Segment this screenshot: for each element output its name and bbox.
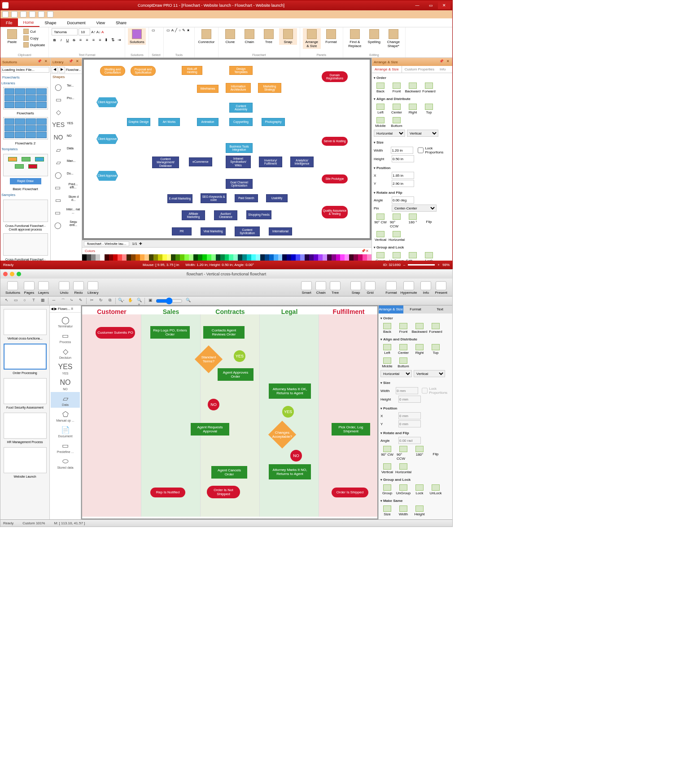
- color-swatch[interactable]: [327, 254, 332, 261]
- rtab-custom[interactable]: Custom Properties: [402, 66, 437, 73]
- shape-item[interactable]: ⬠Manual op ...: [51, 408, 80, 423]
- sec-size[interactable]: Size: [374, 139, 450, 145]
- close-panel-icon[interactable]: ✕: [366, 249, 369, 253]
- close-panel-icon[interactable]: ✕: [43, 59, 48, 65]
- color-swatch[interactable]: [220, 254, 225, 261]
- edit-tool-icon[interactable]: ✂: [88, 298, 96, 304]
- flowchart-node[interactable]: Photography: [262, 118, 285, 126]
- flowchart-node[interactable]: Rep Is Notified: [150, 488, 185, 497]
- order-front-button[interactable]: Front: [397, 323, 410, 334]
- tree-button[interactable]: Tree: [260, 28, 278, 45]
- color-swatch[interactable]: [91, 254, 96, 261]
- lock-button[interactable]: Lock: [422, 252, 436, 261]
- flip-h-button[interactable]: Horizontal: [390, 231, 403, 242]
- flowchart-node[interactable]: Attorney Marks It NO, Returns to Agent: [269, 464, 311, 479]
- pages-button[interactable]: Pages: [22, 281, 36, 295]
- tab-document[interactable]: Document: [62, 18, 91, 27]
- nav-back-icon[interactable]: ◀: [52, 67, 58, 73]
- yes-node[interactable]: YES: [234, 350, 245, 362]
- rotate-ccw-button[interactable]: 90° CCW: [390, 213, 403, 228]
- flowchart-node[interactable]: Information Architecture: [226, 83, 251, 93]
- no-node[interactable]: NO: [290, 450, 302, 462]
- no-node[interactable]: NO: [208, 399, 219, 410]
- flowchart-node[interactable]: Pick Order, Log Shipment: [332, 423, 370, 436]
- shape-item[interactable]: ▱Data: [52, 144, 81, 156]
- rotate-ccw-button[interactable]: 90° CCW: [397, 446, 410, 461]
- lock-proportions-checkbox[interactable]: [422, 387, 428, 394]
- underline-icon[interactable]: U: [65, 36, 70, 44]
- strike-icon[interactable]: S: [71, 36, 77, 44]
- solution-thumb[interactable]: [4, 344, 47, 370]
- color-swatch[interactable]: [167, 254, 171, 261]
- flowchart-node[interactable]: Auction/ Clearance: [214, 210, 237, 220]
- flowchart-node[interactable]: Agent Cancels Order: [211, 466, 247, 479]
- flowchart-node[interactable]: Wireframes: [197, 85, 219, 93]
- align-right-icon[interactable]: ≡: [91, 36, 96, 44]
- flowchart-node[interactable]: eCommerce: [189, 157, 212, 166]
- shape-item[interactable]: ▭Predefine ...: [51, 439, 80, 455]
- arc-tool-icon[interactable]: ⌒: [59, 298, 66, 304]
- grow-font-icon[interactable]: A↑: [91, 30, 95, 34]
- dist-horiz-select[interactable]: Horizontal: [374, 130, 405, 137]
- align-bottom-button[interactable]: Bottom: [397, 357, 410, 368]
- flowchart-node[interactable]: E-mail Marketing: [167, 194, 192, 203]
- qat-open-icon[interactable]: [11, 11, 17, 17]
- color-swatch[interactable]: [158, 254, 162, 261]
- group-button[interactable]: Group: [374, 252, 387, 261]
- align-right-button[interactable]: Right: [406, 104, 420, 114]
- flowchart-node[interactable]: Client Approve: [96, 171, 118, 181]
- shape-item[interactable]: ▱Data: [51, 392, 80, 408]
- solution-thumb[interactable]: [4, 413, 47, 439]
- color-swatch[interactable]: [336, 254, 341, 261]
- flowchart-node[interactable]: Affiliate Marketing: [182, 210, 205, 220]
- qat-redo-icon[interactable]: [38, 11, 44, 17]
- shape-item[interactable]: ▱Man...: [52, 156, 81, 169]
- shape-item[interactable]: ◇: [52, 106, 81, 118]
- sec-position[interactable]: Position: [374, 165, 450, 171]
- group-button[interactable]: Group: [380, 484, 394, 495]
- rtab-format[interactable]: Format: [403, 305, 428, 314]
- color-swatch[interactable]: [211, 254, 216, 261]
- qat-new-icon[interactable]: [2, 11, 9, 17]
- shape-item[interactable]: ▭Pred... effi...: [52, 181, 81, 194]
- rotate-180-button[interactable]: 180 °: [406, 213, 420, 228]
- sec-group[interactable]: Group and Lock: [374, 244, 450, 250]
- zoom-slider[interactable]: [408, 264, 435, 266]
- format-button[interactable]: Format: [322, 28, 340, 45]
- flowchart-node[interactable]: Usability: [266, 194, 288, 202]
- color-swatch[interactable]: [305, 254, 309, 261]
- doc-tab[interactable]: flowchart - Website lau...: [84, 241, 129, 246]
- color-swatch[interactable]: [318, 254, 323, 261]
- font-color-icon[interactable]: A: [101, 30, 104, 34]
- flip-h-button[interactable]: Horizontal: [397, 463, 410, 474]
- nav-fwd-icon[interactable]: ▶: [59, 67, 65, 73]
- align-top-button[interactable]: Top: [429, 344, 442, 355]
- ellipse-tool-icon[interactable]: ○: [21, 298, 28, 304]
- shape-item[interactable]: ▭Process: [51, 329, 80, 345]
- flip-v-button[interactable]: Vertical: [380, 463, 394, 474]
- color-swatch[interactable]: [193, 254, 198, 261]
- chain-button[interactable]: Chain: [240, 28, 258, 45]
- zoom-in-icon-2[interactable]: 🔍: [184, 298, 192, 304]
- color-swatch[interactable]: [122, 254, 127, 261]
- color-swatch[interactable]: [175, 254, 180, 261]
- grid-button[interactable]: Grid: [363, 281, 377, 295]
- flowchart-node[interactable]: Customer Submits PO: [96, 327, 135, 339]
- samples-group[interactable]: Samples: [1, 192, 49, 198]
- solution-thumb[interactable]: [4, 378, 47, 404]
- same-width-button[interactable]: Width: [397, 505, 410, 516]
- flowchart-node[interactable]: Server & Hosting: [322, 137, 348, 146]
- color-swatch[interactable]: [354, 254, 358, 261]
- angle-input[interactable]: [398, 437, 421, 444]
- font-size-select[interactable]: [79, 28, 90, 35]
- rect-tool-icon[interactable]: ▭: [12, 298, 19, 304]
- arrange-button[interactable]: Arrange & Size: [303, 28, 321, 49]
- font-name-select[interactable]: [52, 28, 78, 35]
- color-swatch[interactable]: [96, 254, 100, 261]
- order-backward-button[interactable]: Backward: [406, 83, 420, 93]
- crop-tool-icon[interactable]: ⧉: [106, 298, 114, 304]
- tab-view[interactable]: View: [91, 18, 110, 27]
- color-swatch[interactable]: [251, 254, 256, 261]
- rect-tool-icon[interactable]: ▭: [166, 28, 170, 32]
- status-zoom[interactable]: Custom 101%: [22, 521, 45, 525]
